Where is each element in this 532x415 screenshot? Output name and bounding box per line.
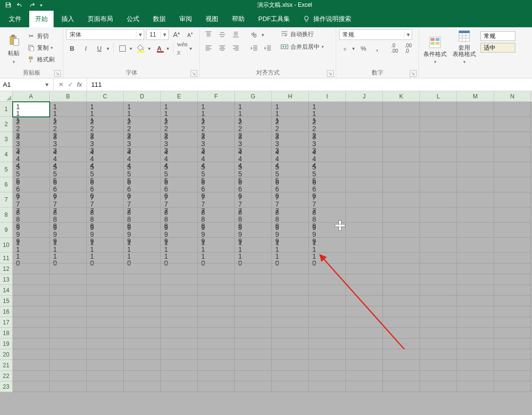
- cell-K5[interactable]: [383, 162, 420, 177]
- decrease-indent-button[interactable]: [248, 43, 260, 54]
- row-header-5[interactable]: 5: [0, 162, 13, 177]
- cell-M5[interactable]: [457, 162, 494, 177]
- tab-view[interactable]: 视图: [200, 11, 224, 27]
- cell-M10[interactable]: [457, 238, 494, 253]
- cell-L14[interactable]: [420, 285, 457, 296]
- cell-L4[interactable]: [420, 147, 457, 162]
- cell-F9[interactable]: 999: [198, 223, 235, 238]
- fx-button[interactable]: fx: [77, 81, 82, 89]
- cell-L17[interactable]: [420, 317, 457, 328]
- cell-K21[interactable]: [383, 360, 420, 371]
- cell-D17[interactable]: [124, 317, 161, 328]
- cell-C11[interactable]: [87, 253, 124, 264]
- cell-L1[interactable]: [420, 102, 457, 117]
- cell-G22[interactable]: [235, 371, 272, 381]
- cell-I22[interactable]: [309, 371, 346, 381]
- cell-M14[interactable]: [457, 285, 494, 296]
- cell-C23[interactable]: [87, 381, 124, 392]
- worksheet[interactable]: ABCDEFGHIJKLMN 1234567891011121314151617…: [0, 91, 532, 415]
- cell-A20[interactable]: [13, 349, 50, 360]
- cell-B16[interactable]: [50, 306, 87, 317]
- cell-F20[interactable]: [198, 349, 235, 360]
- cell-A18[interactable]: [13, 328, 50, 339]
- row-header-7[interactable]: 7: [0, 192, 13, 208]
- cell-G18[interactable]: [235, 328, 272, 339]
- cell-J5[interactable]: [346, 162, 383, 177]
- cell-H2[interactable]: 222: [272, 117, 309, 132]
- column-header-E[interactable]: E: [161, 91, 198, 102]
- cell-F13[interactable]: [198, 274, 235, 285]
- column-headers[interactable]: ABCDEFGHIJKLMN: [13, 91, 532, 102]
- cell-F12[interactable]: [198, 264, 235, 274]
- cell-C21[interactable]: [87, 360, 124, 371]
- cell-H18[interactable]: [272, 328, 309, 339]
- cell-F21[interactable]: [198, 360, 235, 371]
- cell-L20[interactable]: [420, 349, 457, 360]
- cell-E11[interactable]: [161, 253, 198, 264]
- cell-B9[interactable]: 999: [50, 223, 87, 238]
- cell-K4[interactable]: [383, 147, 420, 162]
- font-color-dropdown[interactable]: ▾: [165, 43, 170, 54]
- cell-F22[interactable]: [198, 371, 235, 381]
- cell-H8[interactable]: 888: [272, 208, 309, 223]
- cell-C16[interactable]: [87, 306, 124, 317]
- cell-E14[interactable]: [161, 285, 198, 296]
- cell-A1[interactable]: 111: [13, 102, 50, 117]
- cell-C22[interactable]: [87, 371, 124, 381]
- cell-E9[interactable]: 999: [161, 223, 198, 238]
- tab-file[interactable]: 文件: [3, 11, 27, 27]
- cell-H13[interactable]: [272, 274, 309, 285]
- redo-icon[interactable]: [28, 1, 35, 8]
- row-header-11[interactable]: 11: [0, 253, 13, 264]
- cell-F11[interactable]: [198, 253, 235, 264]
- cell-G14[interactable]: [235, 285, 272, 296]
- tab-pdf-tools[interactable]: PDF工具集: [252, 11, 296, 27]
- cell-E7[interactable]: 777: [161, 192, 198, 208]
- cell-K18[interactable]: [383, 328, 420, 339]
- alignment-launcher[interactable]: ↘: [327, 70, 334, 77]
- cell-F23[interactable]: [198, 381, 235, 392]
- cell-G8[interactable]: 888: [235, 208, 272, 223]
- cell-G23[interactable]: [235, 381, 272, 392]
- row-headers[interactable]: 1234567891011121314151617181920212223: [0, 102, 13, 392]
- cell-H7[interactable]: 777: [272, 192, 309, 208]
- cell-A8[interactable]: 888: [13, 208, 50, 223]
- cell-D5[interactable]: 555: [124, 162, 161, 177]
- cell-I18[interactable]: [309, 328, 346, 339]
- cell-A10[interactable]: 1110: [13, 238, 50, 253]
- cell-E10[interactable]: 1110: [161, 238, 198, 253]
- cell-K7[interactable]: [383, 192, 420, 208]
- cell-N15[interactable]: [494, 296, 531, 306]
- cell-I1[interactable]: 111: [309, 102, 346, 117]
- cell-A5[interactable]: 555: [13, 162, 50, 177]
- cell-N8[interactable]: [494, 208, 531, 223]
- cell-A15[interactable]: [13, 296, 50, 306]
- cell-B7[interactable]: 777: [50, 192, 87, 208]
- cell-H21[interactable]: [272, 360, 309, 371]
- cell-L12[interactable]: [420, 264, 457, 274]
- cell-grid[interactable]: 1111111111111111111111111112222222222222…: [13, 102, 532, 415]
- cell-K1[interactable]: [383, 102, 420, 117]
- cell-J14[interactable]: [346, 285, 383, 296]
- column-header-I[interactable]: I: [309, 91, 346, 102]
- cell-N20[interactable]: [494, 349, 531, 360]
- cell-M13[interactable]: [457, 274, 494, 285]
- cell-G1[interactable]: 111: [235, 102, 272, 117]
- cell-G7[interactable]: 777: [235, 192, 272, 208]
- cell-J4[interactable]: [346, 147, 383, 162]
- cell-C17[interactable]: [87, 317, 124, 328]
- cell-N16[interactable]: [494, 306, 531, 317]
- cell-D16[interactable]: [124, 306, 161, 317]
- fill-color-dropdown[interactable]: ▾: [147, 43, 152, 54]
- accounting-format-button[interactable]: 🝔: [339, 43, 351, 54]
- cell-A22[interactable]: [13, 371, 50, 381]
- cell-E2[interactable]: 222: [161, 117, 198, 132]
- cell-J9[interactable]: [346, 223, 383, 238]
- tab-review[interactable]: 审阅: [173, 11, 198, 27]
- align-right-button[interactable]: [230, 43, 242, 54]
- paste-button[interactable]: 粘贴 ▾: [3, 29, 24, 64]
- cell-I12[interactable]: [309, 264, 346, 274]
- cell-N21[interactable]: [494, 360, 531, 371]
- row-header-2[interactable]: 2: [0, 117, 13, 132]
- cell-F16[interactable]: [198, 306, 235, 317]
